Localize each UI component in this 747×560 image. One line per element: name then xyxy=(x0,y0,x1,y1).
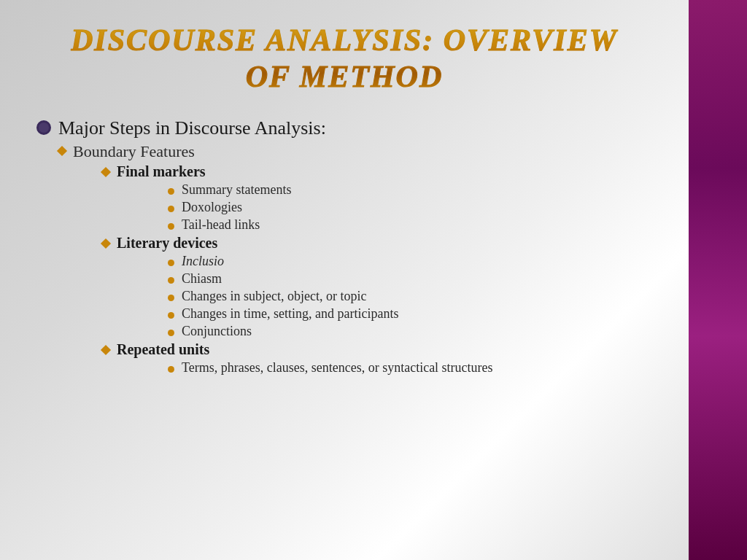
item-row: Final markers xyxy=(102,163,652,180)
level3-item: Terms, phrases, clauses, sentences, or s… xyxy=(168,360,652,376)
item-row: Conjunctions xyxy=(168,324,652,339)
title-line1: Discourse Analysis: Overview xyxy=(71,23,618,57)
level1-item: Boundary Features Final markers Summ xyxy=(58,142,652,376)
small-bullet-icon xyxy=(168,366,174,373)
slide-title: Discourse Analysis: Overview of Method xyxy=(36,22,652,96)
changes-time-text: Changes in time, setting, and participan… xyxy=(182,306,398,322)
small-bullet-icon xyxy=(168,260,174,266)
level2-item: Final markers Summary statements xyxy=(102,163,652,233)
chiasm-text: Chiasm xyxy=(182,271,222,287)
title-text: Discourse Analysis: Overview of Method xyxy=(71,22,618,96)
main-content: Discourse Analysis: Overview of Method M… xyxy=(0,0,689,560)
slide-container: Discourse Analysis: Overview of Method M… xyxy=(0,0,747,560)
final-markers-text: Final markers xyxy=(117,163,206,180)
boundary-features-text: Boundary Features xyxy=(73,142,195,161)
small-bullet-icon xyxy=(168,223,174,230)
small-bullet-icon xyxy=(168,277,174,284)
item-row: Tail-head links xyxy=(168,217,652,233)
small-bullet-icon xyxy=(168,188,174,195)
terms-phrases-text: Terms, phrases, clauses, sentences, or s… xyxy=(182,360,493,376)
main-item-text: Major Steps in Discourse Analysis: xyxy=(58,117,326,139)
item-row: Inclusio xyxy=(168,254,652,269)
changes-subject-text: Changes in subject, object, or topic xyxy=(182,289,366,304)
small-bullet-icon xyxy=(168,295,174,301)
repeated-units-text: Repeated units xyxy=(117,341,209,358)
level3-item: Inclusio xyxy=(168,254,652,269)
tail-head-text: Tail-head links xyxy=(182,217,260,233)
inclusio-text: Inclusio xyxy=(182,254,224,269)
level3-item: Summary statements xyxy=(168,182,652,198)
level3-item: Conjunctions xyxy=(168,324,652,339)
summary-statements-text: Summary statements xyxy=(182,182,291,198)
item-row: Terms, phrases, clauses, sentences, or s… xyxy=(168,360,652,376)
small-bullet-icon xyxy=(168,330,174,336)
bullet-large-icon xyxy=(36,120,51,135)
item-row: Summary statements xyxy=(168,182,652,198)
small-bullet-icon xyxy=(168,206,174,212)
level3-item: Changes in time, setting, and participan… xyxy=(168,306,652,322)
right-panel xyxy=(689,0,747,560)
item-row: Literary devices xyxy=(102,235,652,252)
level3-item: Chiasm xyxy=(168,271,652,287)
diamond-bullet-icon xyxy=(101,167,111,177)
level2-item: Literary devices Inclusio xyxy=(102,235,652,339)
diamond-bullet-icon xyxy=(101,238,111,249)
small-bullet-icon xyxy=(168,312,174,319)
item-row: Repeated units xyxy=(102,341,652,358)
item-row: Chiasm xyxy=(168,271,652,287)
item-row: Major Steps in Discourse Analysis: xyxy=(36,117,652,139)
conjunctions-text: Conjunctions xyxy=(182,324,252,339)
doxologies-text: Doxologies xyxy=(182,200,242,215)
content-list: Major Steps in Discourse Analysis: Bound… xyxy=(36,117,652,376)
level3-item: Tail-head links xyxy=(168,217,652,233)
literary-devices-text: Literary devices xyxy=(117,235,217,252)
item-row: Doxologies xyxy=(168,200,652,215)
diamond-bullet-icon xyxy=(57,146,67,156)
diamond-bullet-icon xyxy=(101,345,111,355)
item-row: Changes in subject, object, or topic xyxy=(168,289,652,304)
title-line2: of Method xyxy=(246,60,443,93)
level3-item: Doxologies xyxy=(168,200,652,215)
list-item: Major Steps in Discourse Analysis: Bound… xyxy=(36,117,652,376)
level3-item: Changes in subject, object, or topic xyxy=(168,289,652,304)
level2-item: Repeated units Terms, phrases, clauses, … xyxy=(102,341,652,376)
item-row: Changes in time, setting, and participan… xyxy=(168,306,652,322)
item-row: Boundary Features xyxy=(58,142,652,161)
